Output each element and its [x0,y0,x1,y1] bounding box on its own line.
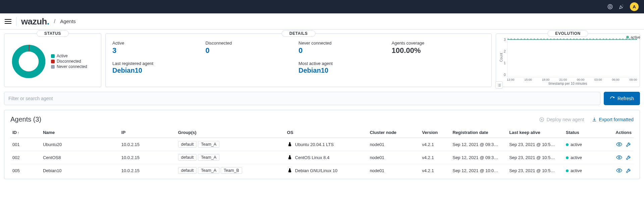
cell-registration: Sep 12, 2021 @ 09:3… [450,138,507,151]
summary-panels: STATUS Active Disconnected Never connect… [4,33,640,87]
legend-swatch-disconnected [51,60,55,63]
breadcrumb-agents[interactable]: Agents [60,18,76,24]
detail-value[interactable]: Debian10 [299,67,485,74]
view-agent-icon[interactable] [616,167,622,173]
panel-evolution: EVOLUTION active Count 3 2 1 0 [496,33,640,87]
breadcrumb-separator: / [54,18,55,24]
panel-details-title: DETAILS [282,30,316,37]
legend-disconnected[interactable]: Disconnected [51,59,87,64]
x-tick: 09:00 [629,78,637,81]
filter-row: Refresh [4,92,640,105]
y-tick: 2 [504,50,506,53]
cell-os: CentOS Linux 8.4 [285,151,368,164]
agents-table-title: Agents (3) [10,116,41,123]
plus-circle-icon [539,117,544,122]
panel-status-title: STATUS [37,30,69,37]
table-row[interactable]: 002 CentOS8 10.0.2.15 defaultTeam_A Cent… [10,151,634,164]
group-pill[interactable]: default [178,167,197,174]
th-status[interactable]: Status [564,127,603,138]
detail-label: Never connected [299,41,392,46]
status-donut-chart [11,44,46,79]
group-pill[interactable]: Team_B [221,167,242,174]
cell-ip: 10.0.2.15 [119,151,176,164]
linux-icon [287,142,292,147]
table-row[interactable]: 001 Ubuntu20 10.0.2.15 defaultTeam_A Ubu… [10,138,634,151]
cell-status: active [564,151,603,164]
y-tick: 3 [504,38,506,42]
cell-status: active [564,164,603,177]
detail-last-registered: Last registered agent Debian10 [112,61,299,74]
cell-id: 005 [10,164,41,177]
configure-agent-icon[interactable] [626,141,632,147]
detail-label: Disconnected [206,41,299,46]
detail-value[interactable]: 0 [206,46,299,55]
th-os[interactable]: OS [285,127,368,138]
detail-value[interactable]: 3 [112,46,206,55]
configure-agent-icon[interactable] [626,167,632,173]
group-pill[interactable]: default [178,154,197,161]
x-axis: 12:00 15:00 18:00 21:00 00:00 03:00 06:0… [499,77,637,81]
th-name[interactable]: Name [41,127,119,138]
panel-evolution-title: EVOLUTION [547,30,588,37]
table-row[interactable]: 005 Debian10 10.0.2.15 defaultTeam_ATeam… [10,164,634,177]
cell-actions [603,138,634,151]
x-tick: 03:00 [594,78,602,81]
cell-actions [603,164,634,177]
view-agent-icon[interactable] [616,154,622,160]
detail-value[interactable]: Debian10 [112,67,299,74]
legend-label: Never connected [57,64,87,69]
detail-value[interactable]: 0 [299,46,392,55]
configure-agent-icon[interactable] [626,154,632,160]
cell-name: Ubuntu20 [41,138,119,151]
y-tick: 1 [504,61,506,65]
detail-active: Active 3 [112,41,206,55]
plot-area [507,37,637,77]
th-groups[interactable]: Group(s) [176,127,285,138]
x-tick: 21:00 [559,78,567,81]
svg-point-1 [609,6,611,8]
x-axis-title: timestamp per 10 minutes [499,82,637,85]
news-feed-icon[interactable] [607,4,613,10]
y-tick: 0 [504,73,506,77]
celebrate-icon[interactable] [619,4,625,10]
linux-icon [287,168,292,173]
export-label: Export formatted [599,117,634,122]
app-header: wazuh. / Agents [0,13,644,29]
legend-never[interactable]: Never connected [51,64,87,69]
group-pill[interactable]: Team_A [198,154,219,161]
th-keepalive[interactable]: Last keep alive [507,127,564,138]
th-node[interactable]: Cluster node [368,127,420,138]
detail-label: Agents coverage [392,41,485,46]
evolution-chart[interactable]: Count 3 2 1 0 [499,37,637,77]
y-axis-title: Count [499,53,504,62]
nav-toggle-icon[interactable] [5,18,11,25]
th-ip[interactable]: IP [119,127,176,138]
cell-groups: defaultTeam_A [176,138,285,151]
brand-logo[interactable]: wazuh. [21,17,49,26]
status-legend: Active Disconnected Never connected [51,54,87,69]
cell-version: v4.2.1 [420,151,450,164]
refresh-button[interactable]: Refresh [604,92,640,105]
group-pill[interactable]: Team_A [198,141,219,148]
panel-status: STATUS Active Disconnected Never connect… [4,33,101,87]
th-version[interactable]: Version [420,127,450,138]
detail-most-active: Most active agent Debian10 [299,61,485,74]
export-formatted-button[interactable]: Export formatted [592,117,634,122]
search-input[interactable] [4,92,600,105]
cell-id: 001 [10,138,41,151]
group-pill[interactable]: Team_A [198,167,219,174]
status-dot-icon [566,169,569,172]
status-dot-icon [566,143,569,146]
view-agent-icon[interactable] [616,141,622,147]
th-registration[interactable]: Registration date [450,127,507,138]
user-avatar[interactable]: A [630,2,639,11]
app-topbar: A [0,0,644,13]
chart-toggle-button[interactable] [495,81,503,89]
legend-swatch-active [51,54,55,58]
th-id[interactable]: ID↑ [10,127,41,138]
cell-node: node01 [368,151,420,164]
deploy-new-agent-button[interactable]: Deploy new agent [539,117,584,122]
group-pill[interactable]: default [178,141,197,148]
legend-active[interactable]: Active [51,54,87,58]
cell-registration: Sep 12, 2021 @ 09:3… [450,151,507,164]
